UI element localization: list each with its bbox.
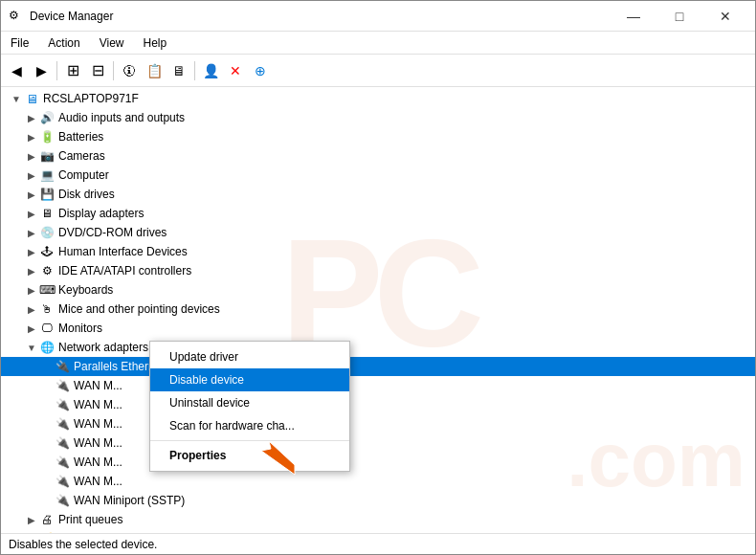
toolbar-back[interactable]: ◀	[5, 59, 28, 82]
context-menu: Update driver Disable device Uninstall d…	[149, 341, 350, 472]
ide-label: IDE ATA/ATAPI controllers	[58, 264, 191, 278]
wanm4-label: WAN M...	[74, 436, 122, 450]
audio-expand-icon: ▶	[24, 110, 39, 125]
toolbar-info[interactable]: 🛈	[118, 59, 141, 82]
disk-icon: 💾	[39, 187, 55, 202]
wanm2-icon: 🔌	[55, 397, 70, 412]
computer-icon: 🖥	[24, 91, 39, 106]
app-icon: ⚙	[9, 9, 24, 24]
toolbar-expand[interactable]: ⊞	[61, 59, 84, 82]
wanminiport-label: WAN Miniport (SSTP)	[74, 494, 185, 507]
tree-item-wanm2[interactable]: 🔌 WAN M...	[1, 395, 755, 414]
wanm3-expand-icon	[39, 416, 55, 432]
tree-item-wanm3[interactable]: 🔌 WAN M...	[1, 414, 755, 433]
hid-label: Human Interface Devices	[58, 245, 188, 258]
ide-expand-icon: ▶	[24, 263, 39, 278]
tree-item-mice[interactable]: ▶ 🖱 Mice and other pointing devices	[1, 300, 755, 319]
wanm2-label: WAN M...	[74, 398, 122, 411]
toolbar-remove[interactable]: ✕	[224, 59, 247, 82]
disk-expand-icon: ▶	[24, 187, 39, 202]
wanm6-label: WAN M...	[74, 475, 122, 488]
device-manager-window: ⚙ Device Manager — □ ✕ File Action View …	[0, 0, 756, 555]
print-expand-icon: ▶	[24, 512, 39, 527]
tree-item-diskdrives[interactable]: ▶ 💾 Disk drives	[1, 185, 755, 204]
hid-icon: 🕹	[39, 244, 55, 259]
toolbar-collapse[interactable]: ⊟	[86, 59, 109, 82]
wanm5-expand-icon	[39, 455, 55, 470]
tree-item-keyboards[interactable]: ▶ ⌨ Keyboards	[1, 280, 755, 300]
tree-item-dvd[interactable]: ▶ 💿 DVD/CD-ROM drives	[1, 223, 755, 242]
computer-node-icon: 💻	[39, 167, 55, 183]
toolbar-monitor[interactable]: 🖥	[167, 59, 190, 82]
root-expand-icon: ▼	[9, 91, 24, 106]
audio-label: Audio inputs and outputs	[58, 111, 185, 124]
tree-item-wanm5[interactable]: 🔌 WAN M...	[1, 453, 755, 472]
tree-item-monitors[interactable]: ▶ 🖵 Monitors	[1, 319, 755, 338]
tree-item-wanminiport[interactable]: 🔌 WAN Miniport (SSTP)	[1, 491, 755, 510]
tree-item-audio[interactable]: ▶ 🔊 Audio inputs and outputs	[1, 108, 755, 127]
status-text: Disables the selected device.	[9, 538, 157, 551]
wanm5-icon: 🔌	[55, 455, 70, 470]
toolbar-add[interactable]: ⊕	[249, 59, 272, 82]
menu-view[interactable]: View	[90, 33, 134, 53]
toolbar-sep2	[113, 61, 114, 80]
wanm1-expand-icon	[39, 378, 55, 393]
menu-help[interactable]: Help	[134, 33, 177, 53]
toolbar-forward[interactable]: ▶	[30, 59, 53, 82]
tree-item-hid[interactable]: ▶ 🕹 Human Interface Devices	[1, 242, 755, 261]
tree-item-ide[interactable]: ▶ ⚙ IDE ATA/ATAPI controllers	[1, 261, 755, 280]
menu-bar: File Action View Help	[1, 32, 755, 55]
window-title: Device Manager	[30, 10, 113, 23]
tree-root[interactable]: ▼ 🖥 RCSLAPTOP971F	[1, 89, 755, 108]
hid-expand-icon: ▶	[24, 244, 39, 259]
wanm3-label: WAN M...	[74, 417, 122, 431]
toolbar-scan[interactable]: 👤	[199, 59, 222, 82]
close-button[interactable]: ✕	[703, 4, 747, 29]
context-uninstall[interactable]: Uninstall device	[150, 391, 349, 414]
wanminiport-icon: 🔌	[55, 493, 70, 508]
print-label: Print queues	[58, 513, 122, 526]
device-tree[interactable]: PC .com ▼ 🖥 RCSLAPTOP971F ▶ 🔊 Audio inpu…	[1, 87, 755, 533]
main-area: PC .com ▼ 🖥 RCSLAPTOP971F ▶ 🔊 Audio inpu…	[1, 87, 755, 533]
context-separator	[150, 440, 349, 441]
tree-item-batteries[interactable]: ▶ 🔋 Batteries	[1, 127, 755, 146]
tree-item-network[interactable]: ▼ 🌐 Network adapters	[1, 338, 755, 357]
batteries-expand-icon: ▶	[24, 129, 39, 144]
display-icon: 🖥	[39, 206, 55, 221]
menu-action[interactable]: Action	[38, 33, 89, 53]
context-disable[interactable]: Disable device	[150, 368, 349, 391]
tree-item-computer[interactable]: ▶ 💻 Computer	[1, 166, 755, 185]
wanm3-icon: 🔌	[55, 416, 70, 432]
network-expand-icon: ▼	[24, 340, 39, 355]
processors-label: Processors	[58, 532, 116, 533]
keyboards-expand-icon: ▶	[24, 282, 39, 298]
network-icon: 🌐	[39, 340, 55, 355]
monitors-label: Monitors	[58, 322, 102, 335]
title-bar: ⚙ Device Manager — □ ✕	[1, 1, 755, 32]
context-properties[interactable]: Properties	[150, 444, 349, 467]
tree-item-cameras[interactable]: ▶ 📷 Cameras	[1, 146, 755, 166]
context-update[interactable]: Update driver	[150, 345, 349, 368]
computer-label: Computer	[58, 168, 109, 182]
tree-item-wanm4[interactable]: 🔌 WAN M...	[1, 433, 755, 453]
tree-item-display[interactable]: ▶ 🖥 Display adapters	[1, 204, 755, 223]
monitors-expand-icon: ▶	[24, 321, 39, 336]
minimize-button[interactable]: —	[611, 4, 656, 29]
dvd-expand-icon: ▶	[24, 225, 39, 240]
context-scan[interactable]: Scan for hardware cha...	[150, 414, 349, 437]
tree-item-wanm1[interactable]: 🔌 WAN M...	[1, 376, 755, 395]
maximize-button[interactable]: □	[657, 4, 701, 29]
monitors-icon: 🖵	[39, 321, 55, 336]
tree-item-parallels[interactable]: 🔌 Parallels Ethernet Adapter #2	[1, 357, 755, 376]
tree-item-printqueues[interactable]: ▶ 🖨 Print queues	[1, 510, 755, 529]
dvd-icon: 💿	[39, 225, 55, 240]
wanm4-expand-icon	[39, 435, 55, 451]
tree-item-wanm6[interactable]: 🔌 WAN M...	[1, 472, 755, 491]
wanm4-icon: 🔌	[55, 435, 70, 451]
tree-item-processors[interactable]: ▶ ⚡ Processors	[1, 529, 755, 533]
toolbar-properties[interactable]: 📋	[143, 59, 166, 82]
toolbar-sep1	[56, 61, 57, 80]
keyboards-icon: ⌨	[39, 282, 55, 298]
menu-file[interactable]: File	[1, 33, 38, 53]
mice-expand-icon: ▶	[24, 301, 39, 317]
